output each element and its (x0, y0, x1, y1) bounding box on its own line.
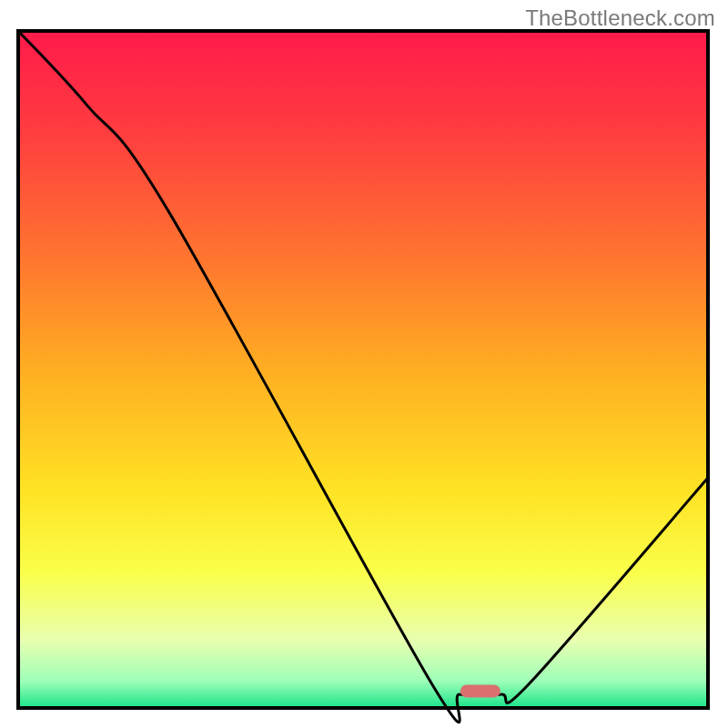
watermark-text: TheBottleneck.com (525, 5, 715, 31)
chart-svg (0, 0, 728, 728)
chart-container: TheBottleneck.com (0, 0, 728, 728)
gradient-background (18, 31, 708, 708)
optimal-marker (460, 684, 500, 697)
plot-area (18, 31, 708, 723)
